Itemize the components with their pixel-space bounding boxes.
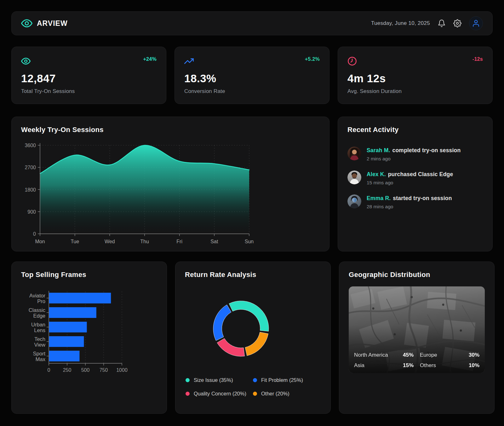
top-frames-title: Top Selling Frames (21, 271, 157, 279)
geo-region: Europe30% (420, 352, 479, 358)
geo-region: North America45% (354, 352, 414, 358)
legend-dot-fit-problem (253, 378, 257, 382)
svg-text:Aviator: Aviator (29, 293, 46, 298)
svg-text:0: 0 (48, 367, 50, 373)
geo-title: Geographic Distribution (349, 271, 485, 279)
brand: ARVIEW (21, 18, 68, 29)
avatar-alex (347, 170, 361, 184)
svg-text:500: 500 (81, 367, 90, 373)
svg-text:Sport: Sport (33, 351, 46, 356)
stat-value: 4m 12s (347, 72, 483, 85)
activity-text: Emma R.started try-on session (367, 195, 452, 202)
stat-card-duration: -12s 4m 12s Avg. Session Duration (338, 47, 493, 104)
svg-text:1800: 1800 (25, 187, 36, 193)
svg-text:Classic: Classic (29, 307, 45, 313)
user-icon (472, 19, 480, 27)
legend-dot-size-issue (186, 378, 190, 382)
svg-text:250: 250 (63, 367, 72, 373)
activity-item: Emma R.started try-on session 28 mins ag… (347, 190, 483, 214)
header-bar: ARVIEW Tuesday, June 10, 2025 (11, 11, 493, 35)
svg-text:Thu: Thu (140, 239, 149, 244)
stat-card-sessions: +24% 12,847 Total Try-On Sessions (11, 47, 166, 104)
stats-row: +24% 12,847 Total Try-On Sessions +5.2% … (11, 47, 493, 104)
avatar-sarah (347, 147, 361, 160)
legend-item: Quality Concern (20%) (186, 391, 253, 397)
activity-time: 2 mins ago (367, 156, 461, 162)
svg-text:Fri: Fri (176, 239, 182, 244)
weekly-chart-title: Weekly Try-On Sessions (21, 126, 320, 134)
svg-text:Urban: Urban (31, 322, 45, 327)
activity-time: 28 mins ago (367, 204, 452, 210)
geo-stats: North America45% Europe30% Asia15% Other… (349, 352, 485, 369)
avatar-emma (347, 194, 361, 208)
header-actions: Tuesday, June 10, 2025 (371, 16, 483, 30)
legend-item: Other (20%) (253, 391, 320, 397)
gear-icon (453, 19, 461, 27)
stat-label: Total Try-On Sessions (21, 88, 157, 95)
geo-region: Asia15% (354, 362, 414, 369)
activity-title: Recent Activity (347, 126, 483, 134)
geo-region: Others10% (420, 362, 479, 369)
weekly-sessions-panel: Weekly Try-On Sessions 0900180027003600M… (11, 117, 329, 251)
recent-activity-panel: Recent Activity (338, 117, 493, 251)
svg-text:Wed: Wed (105, 239, 115, 244)
top-frames-bar-chart: 02505007501000AviatorProClassicEdgeUrban… (21, 286, 157, 380)
legend-dot-quality-concern (186, 392, 190, 396)
return-rate-donut-chart (185, 281, 321, 375)
svg-text:1000: 1000 (116, 367, 128, 373)
brand-name: ARVIEW (37, 19, 68, 28)
activity-text: Sarah M.completed try-on session (367, 147, 461, 154)
activity-item: Sarah M.completed try-on session 2 mins … (347, 142, 483, 166)
svg-text:Tue: Tue (71, 239, 79, 244)
stat-label: Conversion Rate (184, 88, 320, 95)
activity-item: Alex K.purchased Classic Edge 15 mins ag… (347, 166, 483, 190)
dashboard-page: ARVIEW Tuesday, June 10, 2025 (0, 0, 504, 426)
header-date: Tuesday, June 10, 2025 (371, 20, 430, 26)
weekly-area-chart: 0900180027003600MonTueWedThuFriSatSun (21, 138, 320, 248)
svg-text:View: View (34, 342, 46, 348)
stat-card-conversion: +5.2% 18.3% Conversion Rate (175, 47, 329, 104)
bell-icon (438, 19, 446, 27)
svg-text:Max: Max (36, 356, 46, 362)
svg-text:Sun: Sun (245, 239, 254, 244)
svg-text:900: 900 (27, 209, 36, 215)
legend-item: Size Issue (35%) (186, 377, 253, 383)
stat-delta: +5.2% (305, 56, 320, 62)
svg-text:Tech: Tech (34, 336, 45, 342)
legend-dot-other (253, 392, 257, 396)
svg-text:Lens: Lens (34, 327, 45, 333)
legend-item: Fit Problem (25%) (253, 377, 320, 383)
svg-text:3600: 3600 (25, 143, 36, 148)
geo-distribution-panel: Geographic Distribution (339, 262, 495, 414)
notifications-button[interactable] (438, 19, 446, 27)
clock-icon (347, 56, 357, 66)
return-rate-panel: Return Rate Analysis Size Issue (35%) Fi… (175, 262, 331, 414)
svg-text:Sat: Sat (210, 239, 218, 244)
svg-text:750: 750 (100, 367, 108, 373)
stat-delta: +24% (143, 56, 157, 62)
svg-text:Pro: Pro (37, 298, 45, 304)
donut-legend: Size Issue (35%) Fit Problem (25%) Quali… (185, 377, 321, 397)
svg-text:Mon: Mon (35, 239, 45, 244)
stat-delta: -12s (472, 56, 483, 62)
eye-icon (21, 56, 31, 66)
stat-value: 18.3% (184, 72, 320, 85)
activity-list: Sarah M.completed try-on session 2 mins … (347, 142, 483, 214)
svg-text:2700: 2700 (25, 165, 36, 170)
svg-text:Edge: Edge (33, 313, 45, 319)
map-image: North America45% Europe30% Asia15% Other… (349, 286, 485, 373)
trending-up-icon (184, 56, 194, 66)
stat-label: Avg. Session Duration (347, 88, 483, 95)
activity-text: Alex K.purchased Classic Edge (367, 171, 453, 178)
return-rate-title: Return Rate Analysis (185, 271, 321, 279)
top-frames-panel: Top Selling Frames 02505007501000Aviator… (11, 262, 167, 414)
profile-button[interactable] (469, 16, 483, 30)
svg-text:0: 0 (33, 231, 36, 237)
settings-button[interactable] (453, 19, 461, 27)
stat-value: 12,847 (21, 72, 157, 85)
activity-time: 15 mins ago (367, 180, 453, 186)
logo-eye-icon (21, 18, 32, 29)
